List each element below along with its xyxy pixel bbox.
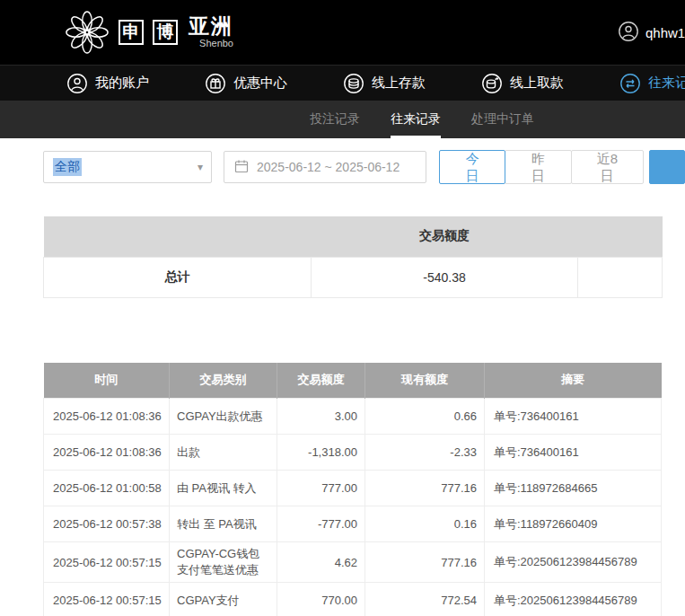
nav-item-transaction-records[interactable]: 往来记录 — [619, 73, 685, 94]
table-cell: 由 PA视讯 转入 — [170, 471, 277, 506]
main-nav: 我的账户 优惠中心 线上存款 — [0, 65, 685, 101]
records-tab-bar: 投注记录 往来记录 处理中订单 — [0, 101, 685, 138]
column-header: 现有额度 — [365, 363, 485, 399]
table-cell: 转出 至 PA视讯 — [170, 506, 277, 542]
summary-header-empty — [44, 216, 312, 257]
today-button[interactable]: 今日 — [439, 150, 505, 184]
logo-char-bo: 博 — [153, 20, 178, 45]
table-cell: 777.16 — [365, 542, 485, 583]
records-tbody: 2025-06-12 01:08:36CGPAY出款优惠3.000.66单号:7… — [44, 399, 662, 616]
nav-item-deposit[interactable]: 线上存款 — [343, 73, 426, 94]
summary-header-empty — [578, 216, 663, 257]
nav-item-label: 线上取款 — [510, 75, 564, 92]
table-cell: 770.00 — [277, 583, 365, 616]
summary-header-label: 交易额度 — [312, 216, 578, 257]
logo-region-text: 亚洲 — [189, 16, 233, 37]
flower-logo-icon — [65, 10, 110, 55]
type-dropdown[interactable]: 全部 ▾ — [43, 151, 212, 183]
chevron-down-icon: ▾ — [198, 161, 203, 173]
summary-empty-cell — [578, 257, 663, 297]
nav-item-label: 往来记录 — [648, 75, 685, 92]
nav-item-promotions[interactable]: 优惠中心 — [205, 73, 287, 94]
table-cell: 单号:736400161 — [485, 399, 662, 435]
nav-item-my-account[interactable]: 我的账户 — [66, 73, 149, 94]
logo-subtitle: Shenbo — [199, 39, 233, 48]
table-cell: 772.54 — [365, 583, 485, 616]
column-header: 交易额度 — [277, 363, 365, 399]
table-cell: 3.00 — [277, 399, 365, 435]
search-button-partial[interactable] — [649, 150, 685, 184]
type-dropdown-value: 全部 — [53, 158, 82, 176]
column-header: 时间 — [44, 363, 170, 399]
site-logo[interactable]: 申 博 亚洲 Shenbo — [65, 10, 233, 55]
table-cell: CGPAY支付 — [170, 583, 277, 616]
date-range-input[interactable]: 2025-06-12 ~ 2025-06-12 — [224, 151, 426, 183]
page: 申 博 亚洲 Shenbo qhhw1 — [0, 0, 685, 616]
table-cell: 2025-06-12 00:57:38 — [44, 506, 170, 542]
records-header-row: 时间交易类别交易额度现有额度摘要 — [44, 363, 662, 399]
table-row: 2025-06-12 00:57:15CGPAY-CG钱包支付笔笔送优惠4.62… — [44, 542, 662, 583]
transfer-records-icon — [619, 73, 641, 94]
table-cell: 2025-06-12 01:00:58 — [44, 471, 170, 506]
deposit-coin-icon — [343, 73, 364, 94]
table-row: 2025-06-12 00:57:15CGPAY支付770.00772.54单号… — [44, 583, 662, 616]
table-cell: CGPAY出款优惠 — [170, 399, 277, 435]
table-cell: -1,318.00 — [277, 435, 365, 471]
table-cell: CGPAY-CG钱包支付笔笔送优惠 — [170, 542, 277, 583]
last-8-days-button[interactable]: 近8日 — [571, 150, 645, 184]
withdraw-coin-icon — [481, 73, 503, 94]
table-cell: 出款 — [170, 435, 277, 471]
table-cell: 2025-06-12 01:08:36 — [44, 399, 170, 435]
table-cell: 单号:118972660409 — [485, 506, 662, 542]
top-header: 申 博 亚洲 Shenbo qhhw1 — [0, 0, 685, 65]
date-range-value: 2025-06-12 ~ 2025-06-12 — [257, 160, 400, 174]
table-cell: 单号:736400161 — [485, 435, 662, 471]
table-cell: -2.33 — [365, 435, 485, 471]
nav-item-withdraw[interactable]: 线上取款 — [481, 73, 564, 94]
table-row: 2025-06-12 00:57:38转出 至 PA视讯-777.000.16单… — [44, 506, 662, 542]
summary-header-row: 交易额度 — [44, 216, 663, 257]
user-avatar-icon — [618, 21, 639, 45]
username: qhhw1 — [645, 25, 685, 40]
table-cell: 单号:202506123984456789 — [485, 542, 662, 583]
user-icon — [66, 73, 88, 94]
nav-item-label: 优惠中心 — [233, 75, 287, 92]
nav-item-label: 线上存款 — [372, 75, 426, 92]
logo-char-shen: 申 — [119, 20, 144, 45]
column-header: 交易类别 — [170, 363, 277, 399]
table-row: 2025-06-12 01:00:58由 PA视讯 转入777.00777.16… — [44, 471, 662, 506]
filter-bar: 全部 ▾ 2025-06-12 ~ 2025-06-12 今日 昨日 近8日 — [43, 150, 685, 184]
table-cell: 2025-06-12 00:57:15 — [44, 542, 170, 583]
table-cell: 单号:118972684665 — [485, 471, 662, 506]
table-row: 2025-06-12 01:08:36出款-1,318.00-2.33单号:73… — [44, 435, 662, 471]
summary-total-row: 总计 -540.38 — [44, 257, 663, 297]
gift-icon — [205, 73, 226, 94]
summary-total-value: -540.38 — [312, 257, 578, 297]
column-header: 摘要 — [485, 363, 662, 399]
table-cell: 777.16 — [365, 471, 485, 506]
records-table: 时间交易类别交易额度现有额度摘要 2025-06-12 01:08:36CGPA… — [43, 363, 662, 616]
summary-table: 交易额度 总计 -540.38 — [43, 216, 663, 298]
table-cell: 777.00 — [277, 471, 365, 506]
tab-transaction-records[interactable]: 往来记录 — [391, 101, 441, 138]
table-row: 2025-06-12 01:08:36CGPAY出款优惠3.000.66单号:7… — [44, 399, 662, 435]
quick-date-buttons: 今日 昨日 近8日 — [439, 150, 644, 184]
calendar-icon — [234, 159, 249, 176]
tab-processing-orders[interactable]: 处理中订单 — [471, 101, 534, 138]
table-cell: 4.62 — [277, 542, 365, 583]
table-cell: 2025-06-12 01:08:36 — [44, 435, 170, 471]
tab-betting-records[interactable]: 投注记录 — [310, 101, 360, 138]
summary-total-label: 总计 — [44, 257, 312, 297]
table-cell: 0.16 — [365, 506, 485, 542]
table-cell: 0.66 — [365, 399, 485, 435]
yesterday-button[interactable]: 昨日 — [505, 150, 571, 184]
table-cell: -777.00 — [277, 506, 365, 542]
nav-item-label: 我的账户 — [95, 75, 149, 92]
table-cell: 单号:202506123984456789 — [485, 583, 662, 616]
logo-region: 亚洲 Shenbo — [189, 16, 233, 48]
user-menu[interactable]: qhhw1 — [618, 0, 685, 65]
table-cell: 2025-06-12 00:57:15 — [44, 583, 170, 616]
